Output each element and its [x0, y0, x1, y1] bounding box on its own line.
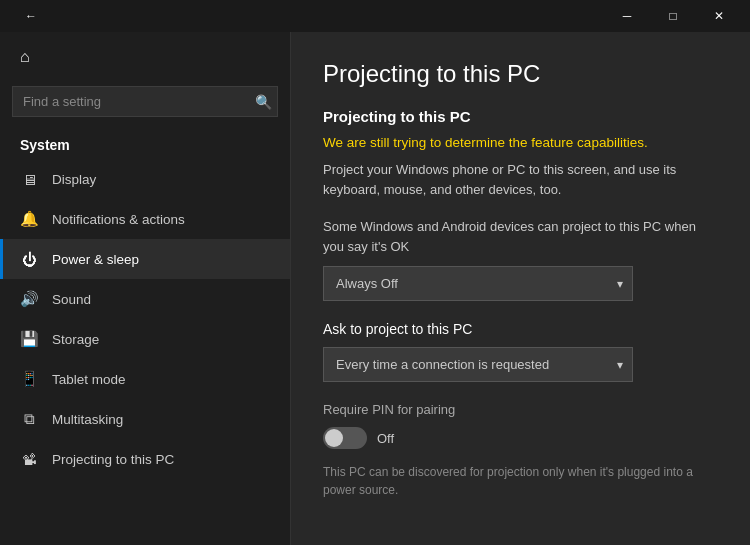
search-input[interactable]: [12, 86, 278, 117]
dropdown1-label: Some Windows and Android devices can pro…: [323, 217, 718, 256]
projecting-icon: 📽: [20, 450, 38, 468]
toggle-row: Off: [323, 427, 718, 449]
sidebar-item-tablet[interactable]: 📱 Tablet mode: [0, 359, 290, 399]
connection-request-dropdown[interactable]: Every time a connection is requested Fir…: [323, 347, 633, 382]
sidebar-section-title: System: [0, 129, 290, 159]
sidebar-item-display[interactable]: 🖥 Display: [0, 159, 290, 199]
sidebar-item-label: Multitasking: [52, 412, 123, 427]
home-icon: ⌂: [20, 48, 30, 66]
pin-toggle[interactable]: [323, 427, 367, 449]
sidebar-item-notifications[interactable]: 🔔 Notifications & actions: [0, 199, 290, 239]
titlebar-left: ←: [8, 0, 54, 32]
warning-text: We are still trying to determine the fea…: [323, 135, 718, 150]
sidebar-item-multitasking[interactable]: ⧉ Multitasking: [0, 399, 290, 439]
search-icon-button[interactable]: 🔍: [255, 94, 272, 110]
minimize-button[interactable]: ─: [604, 0, 650, 32]
section-title: Projecting to this PC: [323, 108, 718, 125]
display-icon: 🖥: [20, 170, 38, 188]
app-body: ⌂ 🔍 System 🖥 Display 🔔 Notifications & a…: [0, 32, 750, 545]
ask-section-title: Ask to project to this PC: [323, 321, 718, 337]
close-button[interactable]: ✕: [696, 0, 742, 32]
power-icon: ⏻: [20, 250, 38, 268]
sidebar-item-label: Power & sleep: [52, 252, 139, 267]
pin-label: Require PIN for pairing: [323, 402, 718, 417]
dropdown2-wrapper: Every time a connection is requested Fir…: [323, 347, 633, 382]
sidebar-item-label: Sound: [52, 292, 91, 307]
toggle-label: Off: [377, 431, 394, 446]
pin-section: Require PIN for pairing Off: [323, 402, 718, 449]
multitasking-icon: ⧉: [20, 410, 38, 428]
sidebar-item-sound[interactable]: 🔊 Sound: [0, 279, 290, 319]
tablet-icon: 📱: [20, 370, 38, 388]
sidebar-item-label: Projecting to this PC: [52, 452, 174, 467]
description-text: Project your Windows phone or PC to this…: [323, 160, 718, 199]
back-button[interactable]: ←: [8, 0, 54, 32]
sidebar: ⌂ 🔍 System 🖥 Display 🔔 Notifications & a…: [0, 32, 290, 545]
search-box: 🔍: [12, 86, 278, 117]
sidebar-item-label: Storage: [52, 332, 99, 347]
sidebar-item-projecting[interactable]: 📽 Projecting to this PC: [0, 439, 290, 479]
sidebar-item-label: Tablet mode: [52, 372, 126, 387]
sidebar-item-label: Notifications & actions: [52, 212, 185, 227]
page-title: Projecting to this PC: [323, 60, 718, 88]
maximize-button[interactable]: □: [650, 0, 696, 32]
storage-icon: 💾: [20, 330, 38, 348]
home-button[interactable]: ⌂: [0, 32, 290, 82]
sidebar-item-label: Display: [52, 172, 96, 187]
always-off-dropdown[interactable]: Always Off Available everywhere Availabl…: [323, 266, 633, 301]
dropdown1-wrapper: Always Off Available everywhere Availabl…: [323, 266, 633, 301]
titlebar: ← ─ □ ✕: [0, 0, 750, 32]
footer-text: This PC can be discovered for projection…: [323, 463, 718, 499]
titlebar-controls: ─ □ ✕: [604, 0, 742, 32]
sidebar-item-power[interactable]: ⏻ Power & sleep: [0, 239, 290, 279]
sidebar-item-storage[interactable]: 💾 Storage: [0, 319, 290, 359]
content-area: Projecting to this PC Projecting to this…: [291, 32, 750, 545]
sound-icon: 🔊: [20, 290, 38, 308]
notifications-icon: 🔔: [20, 210, 38, 228]
